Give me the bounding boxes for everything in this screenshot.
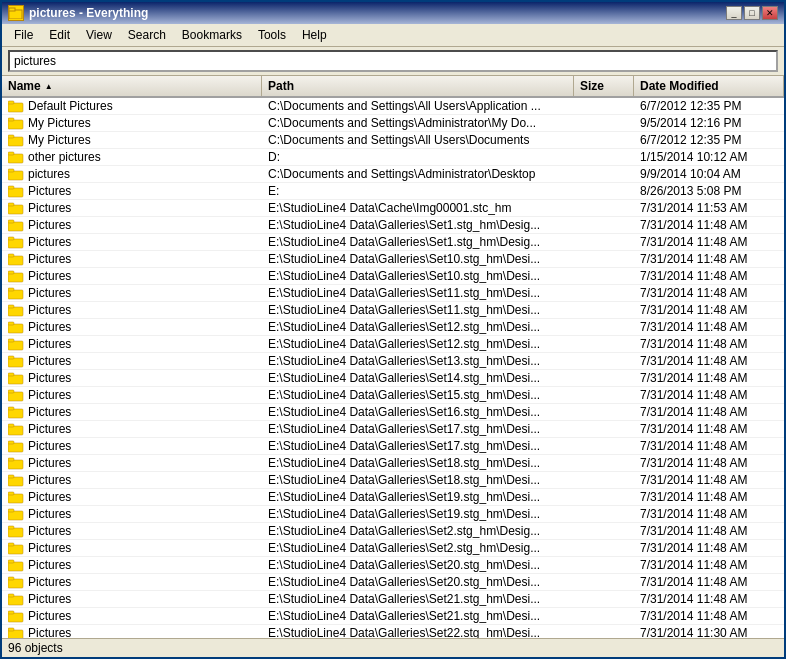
svg-rect-14 [8,205,23,214]
close-button[interactable]: ✕ [762,6,778,20]
table-row[interactable]: Default PicturesC:\Documents and Setting… [2,98,784,115]
cell-path: E:\StudioLine4 Data\Galleries\Set11.stg_… [262,302,574,318]
cell-size [574,166,634,182]
table-row[interactable]: PicturesE:\StudioLine4 Data\Galleries\Se… [2,217,784,234]
svg-rect-45 [8,458,14,461]
cell-size [574,319,634,335]
table-row[interactable]: PicturesE:\StudioLine4 Data\Galleries\Se… [2,268,784,285]
table-row[interactable]: PicturesE:\StudioLine4 Data\Galleries\Se… [2,285,784,302]
cell-path: C:\Documents and Settings\All Users\Docu… [262,132,574,148]
table-row[interactable]: PicturesE:\StudioLine4 Data\Galleries\Se… [2,472,784,489]
svg-rect-61 [8,594,14,597]
cell-path: E:\StudioLine4 Data\Galleries\Set10.stg_… [262,251,574,267]
cell-name: Pictures [2,200,262,216]
table-row[interactable]: PicturesE:\StudioLine4 Data\Galleries\Se… [2,438,784,455]
table-row[interactable]: PicturesE:\StudioLine4 Data\Galleries\Se… [2,319,784,336]
menu-item-tools[interactable]: Tools [250,26,294,44]
table-row[interactable]: My PicturesC:\Documents and Settings\Adm… [2,115,784,132]
cell-size [574,540,634,556]
table-row[interactable]: PicturesE:\StudioLine4 Data\Galleries\Se… [2,591,784,608]
table-row[interactable]: PicturesE:\StudioLine4 Data\Galleries\Se… [2,574,784,591]
table-row[interactable]: picturesC:\Documents and Settings\Admini… [2,166,784,183]
table-row[interactable]: PicturesE:\StudioLine4 Data\Galleries\Se… [2,608,784,625]
table-row[interactable]: My PicturesC:\Documents and Settings\All… [2,132,784,149]
table-row[interactable]: PicturesE:\StudioLine4 Data\Galleries\Se… [2,251,784,268]
cell-path: E:\StudioLine4 Data\Galleries\Set19.stg_… [262,489,574,505]
cell-date: 7/31/2014 11:48 AM [634,472,784,488]
menu-item-search[interactable]: Search [120,26,174,44]
svg-rect-59 [8,577,14,580]
cell-path: E:\StudioLine4 Data\Galleries\Set11.stg_… [262,285,574,301]
svg-rect-50 [8,511,23,520]
cell-path: C:\Documents and Settings\Administrator\… [262,166,574,182]
table-row[interactable]: PicturesE:\StudioLine4 Data\Galleries\Se… [2,421,784,438]
table-row[interactable]: PicturesE:\StudioLine4 Data\Galleries\Se… [2,455,784,472]
table-row[interactable]: other picturesD:1/15/2014 10:12 AM [2,149,784,166]
menu-item-help[interactable]: Help [294,26,335,44]
table-row[interactable]: PicturesE:\StudioLine4 Data\Cache\Img000… [2,200,784,217]
menu-item-edit[interactable]: Edit [41,26,78,44]
table-row[interactable]: PicturesE:8/26/2013 5:08 PM [2,183,784,200]
cell-name: My Pictures [2,115,262,131]
cell-date: 7/31/2014 11:48 AM [634,455,784,471]
window-title: pictures - Everything [29,6,148,20]
cell-name: Pictures [2,404,262,420]
cell-date: 7/31/2014 11:48 AM [634,268,784,284]
cell-path: E:\StudioLine4 Data\Galleries\Set18.stg_… [262,472,574,488]
table-row[interactable]: PicturesE:\StudioLine4 Data\Galleries\Se… [2,506,784,523]
cell-date: 7/31/2014 11:48 AM [634,234,784,250]
svg-rect-41 [8,424,14,427]
maximize-button[interactable]: □ [744,6,760,20]
cell-size [574,183,634,199]
table-row[interactable]: PicturesE:\StudioLine4 Data\Galleries\Se… [2,353,784,370]
col-header-date[interactable]: Date Modified [634,76,784,96]
table-row[interactable]: PicturesE:\StudioLine4 Data\Galleries\Se… [2,387,784,404]
col-header-path[interactable]: Path [262,76,574,96]
svg-rect-53 [8,526,14,529]
svg-rect-43 [8,441,14,444]
cell-name: My Pictures [2,132,262,148]
table-row[interactable]: PicturesE:\StudioLine4 Data\Galleries\Se… [2,370,784,387]
table-row[interactable]: PicturesE:\StudioLine4 Data\Galleries\Se… [2,523,784,540]
table-row[interactable]: PicturesE:\StudioLine4 Data\Galleries\Se… [2,234,784,251]
table-body[interactable]: Default PicturesC:\Documents and Setting… [2,98,784,638]
svg-rect-7 [8,135,14,138]
table-row[interactable]: PicturesE:\StudioLine4 Data\Galleries\Se… [2,540,784,557]
svg-rect-44 [8,460,23,469]
table-row[interactable]: PicturesE:\StudioLine4 Data\Galleries\Se… [2,557,784,574]
svg-rect-58 [8,579,23,588]
cell-size [574,625,634,638]
table-row[interactable]: PicturesE:\StudioLine4 Data\Galleries\Se… [2,489,784,506]
svg-rect-9 [8,152,14,155]
cell-size [574,557,634,573]
svg-rect-3 [8,101,14,104]
cell-name: Pictures [2,472,262,488]
table-row[interactable]: PicturesE:\StudioLine4 Data\Galleries\Se… [2,404,784,421]
title-buttons: _ □ ✕ [726,6,778,20]
svg-rect-35 [8,373,14,376]
minimize-button[interactable]: _ [726,6,742,20]
cell-name: Pictures [2,591,262,607]
col-header-name[interactable]: Name ▲ [2,76,262,96]
cell-date: 7/31/2014 11:48 AM [634,506,784,522]
cell-path: E:\StudioLine4 Data\Galleries\Set21.stg_… [262,608,574,624]
svg-rect-18 [8,239,23,248]
cell-path: E:\StudioLine4 Data\Galleries\Set2.stg_h… [262,540,574,556]
app-icon [8,5,24,21]
menu-item-file[interactable]: File [6,26,41,44]
table-row[interactable]: PicturesE:\StudioLine4 Data\Galleries\Se… [2,302,784,319]
table-row[interactable]: PicturesE:\StudioLine4 Data\Galleries\Se… [2,336,784,353]
svg-rect-8 [8,154,23,163]
menu-item-bookmarks[interactable]: Bookmarks [174,26,250,44]
cell-date: 7/31/2014 11:48 AM [634,608,784,624]
search-input[interactable] [8,50,778,72]
cell-path: E:\StudioLine4 Data\Galleries\Set12.stg_… [262,319,574,335]
cell-path: E: [262,183,574,199]
menu-item-view[interactable]: View [78,26,120,44]
cell-path: E:\StudioLine4 Data\Galleries\Set16.stg_… [262,404,574,420]
col-header-size[interactable]: Size [574,76,634,96]
svg-rect-17 [8,220,14,223]
table-row[interactable]: PicturesE:\StudioLine4 Data\Galleries\Se… [2,625,784,638]
cell-path: E:\StudioLine4 Data\Galleries\Set15.stg_… [262,387,574,403]
cell-size [574,506,634,522]
